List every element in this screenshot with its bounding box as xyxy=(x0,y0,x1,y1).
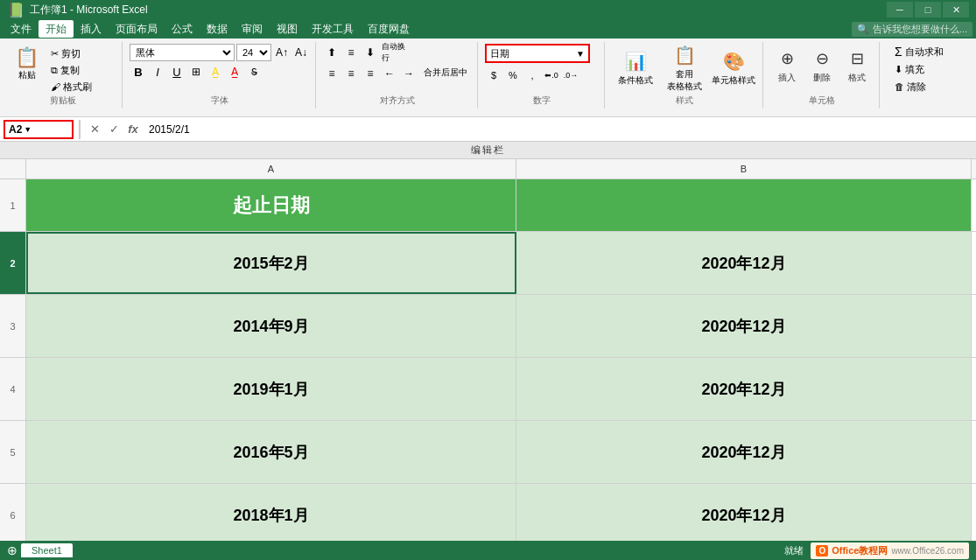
menu-item-file[interactable]: 文件 xyxy=(4,20,39,38)
conditional-format-button[interactable]: 📊 条件格式 xyxy=(612,44,659,93)
table-label: 套用表格格式 xyxy=(667,68,702,93)
clear-label: 清除 xyxy=(907,80,926,94)
cell-ref-dropdown[interactable]: ▼ xyxy=(24,125,32,134)
col-header-b[interactable]: B xyxy=(516,159,972,178)
number-format-selector[interactable]: 日期 ▼ xyxy=(485,44,590,63)
clear-button[interactable]: 🗑 清除 xyxy=(890,79,960,94)
confirm-formula-button[interactable]: ✓ xyxy=(105,121,123,138)
cell-b6[interactable]: 2020年12月 xyxy=(516,484,972,546)
cell-a2[interactable]: 2015年2月 xyxy=(26,232,516,294)
menu-item-data[interactable]: 数据 xyxy=(200,20,235,38)
maximize-button[interactable]: □ xyxy=(915,2,941,18)
font-name-select[interactable]: 黑体 xyxy=(130,44,235,61)
insert-label: 插入 xyxy=(778,73,796,83)
indent-inc-button[interactable]: → xyxy=(400,65,418,82)
close-button[interactable]: ✕ xyxy=(943,2,969,18)
cell-a5[interactable]: 2016年5月 xyxy=(26,421,516,483)
spreadsheet: A B 1 起止日期 2 2015年2月 2020年12月 3 2014年9月 … xyxy=(0,159,976,547)
currency-button[interactable]: $ xyxy=(485,66,502,84)
cells-label: 单元格 xyxy=(765,94,879,107)
menu-item-layout[interactable]: 页面布局 xyxy=(109,20,165,38)
col-header-a[interactable]: A xyxy=(26,159,516,178)
clipboard-label: 剪贴板 xyxy=(4,94,122,107)
insert-function-button[interactable]: fx xyxy=(124,121,142,138)
cell-b3[interactable]: 2020年12月 xyxy=(516,295,972,357)
cut-button[interactable]: ✂ 剪切 xyxy=(46,46,116,61)
scissors-icon: ✂ xyxy=(51,48,59,60)
menu-item-home[interactable]: 开始 xyxy=(39,20,74,38)
delete-label: 删除 xyxy=(813,73,831,83)
title-bar: 📗 工作簿1 - Microsoft Excel ─ □ ✕ xyxy=(0,0,976,19)
menu-item-baidu[interactable]: 百度网盘 xyxy=(361,20,417,38)
cell-a6[interactable]: 2018年1月 xyxy=(26,484,516,546)
cancel-formula-button[interactable]: ✕ xyxy=(86,121,103,138)
bold-button[interactable]: B xyxy=(130,63,147,80)
underline-button[interactable]: U xyxy=(168,63,186,80)
autosum-label: 自动求和 xyxy=(905,46,944,59)
delete-button[interactable]: ⊖ 删除 xyxy=(805,44,839,93)
wrap-text-button[interactable]: 自动换行 xyxy=(381,44,412,61)
percent-button[interactable]: % xyxy=(504,66,522,84)
new-sheet-button[interactable]: ⊕ xyxy=(7,543,18,557)
autosum-button[interactable]: Σ 自动求和 xyxy=(890,44,960,60)
menu-item-insert[interactable]: 插入 xyxy=(74,20,109,38)
search-placeholder: 告诉我您想要做什么... xyxy=(873,23,967,36)
table-row: 5 2016年5月 2020年12月 xyxy=(0,421,976,484)
menu-item-view[interactable]: 视图 xyxy=(270,20,305,38)
minimize-button[interactable]: ─ xyxy=(887,2,913,18)
table-format-button[interactable]: 📋 套用表格格式 xyxy=(661,44,708,93)
font-size-select[interactable]: 24 xyxy=(236,44,271,61)
row-number-1: 1 xyxy=(0,179,26,231)
conditional-icon: 📊 xyxy=(625,51,647,72)
cell-reference-box[interactable]: A2 ▼ xyxy=(4,120,74,139)
table-row: 6 2018年1月 2020年12月 xyxy=(0,484,976,547)
italic-button[interactable]: I xyxy=(149,63,166,80)
row-number-2: 2 xyxy=(0,232,26,294)
align-right-button[interactable]: ≡ xyxy=(362,65,379,82)
menu-item-review[interactable]: 审阅 xyxy=(235,20,270,38)
menu-item-developer[interactable]: 开发工具 xyxy=(305,20,361,38)
cell-styles-button[interactable]: 🎨 单元格样式 xyxy=(710,44,757,93)
align-top-button[interactable]: ⬆ xyxy=(323,44,341,61)
copy-button[interactable]: ⧉ 复制 xyxy=(46,62,116,78)
align-left-button[interactable]: ≡ xyxy=(323,65,341,82)
align-center-button[interactable]: ≡ xyxy=(342,65,360,82)
cell-b5[interactable]: 2020年12月 xyxy=(516,421,972,483)
cell-b2[interactable]: 2020年12月 xyxy=(516,232,972,294)
sheet-tab-1[interactable]: Sheet1 xyxy=(21,543,73,557)
dec-decrease-button[interactable]: .0→ xyxy=(562,66,579,84)
cut-label: 剪切 xyxy=(61,47,81,60)
cell-a1[interactable]: 起止日期 xyxy=(26,179,516,231)
cell-b4[interactable]: 2020年12月 xyxy=(516,358,972,420)
align-bottom-button[interactable]: ⬇ xyxy=(362,44,379,61)
font-grow-button[interactable]: A↑ xyxy=(273,44,291,61)
menu-bar: 文件 开始 插入 页面布局 公式 数据 审阅 视图 开发工具 百度网盘 🔍 告诉… xyxy=(0,19,976,38)
table-row: 3 2014年9月 2020年12月 xyxy=(0,295,976,358)
format-button[interactable]: ⊟ 格式 xyxy=(840,44,874,93)
format-paint-button[interactable]: 🖌 格式刷 xyxy=(46,79,116,94)
cell-b1[interactable] xyxy=(516,179,972,231)
strikethrough-button[interactable]: S̶ xyxy=(245,63,263,80)
dec-increase-button[interactable]: ⬅.0 xyxy=(543,66,560,84)
formula-input[interactable] xyxy=(145,120,972,139)
menu-item-formulas[interactable]: 公式 xyxy=(165,20,200,38)
comma-button[interactable]: , xyxy=(523,66,541,84)
align-middle-button[interactable]: ≡ xyxy=(342,44,360,61)
table-row: 2 2015年2月 2020年12月 xyxy=(0,232,976,295)
fill-button[interactable]: ⬇ 填充 xyxy=(890,61,960,77)
merge-center-button[interactable]: 合并后居中 xyxy=(419,65,472,80)
insert-button[interactable]: ⊕ 插入 xyxy=(770,44,804,93)
window-controls: ─ □ ✕ xyxy=(887,2,969,18)
cell-a4[interactable]: 2019年1月 xyxy=(26,358,516,420)
dropdown-icon: ▼ xyxy=(576,49,585,59)
office-logo-icon: O xyxy=(816,545,828,556)
fill-color-button[interactable]: A̲ xyxy=(207,63,224,80)
indent-dec-button[interactable]: ← xyxy=(381,65,398,82)
cell-a3[interactable]: 2014年9月 xyxy=(26,295,516,357)
font-color-button[interactable]: A̲ xyxy=(226,63,243,80)
copy-icon: ⧉ xyxy=(51,65,58,76)
font-shrink-button[interactable]: A↓ xyxy=(292,44,310,61)
sigma-icon: Σ xyxy=(895,45,902,59)
border-button[interactable]: ⊞ xyxy=(187,63,205,80)
paste-button[interactable]: 📋 粘贴 xyxy=(9,44,45,84)
